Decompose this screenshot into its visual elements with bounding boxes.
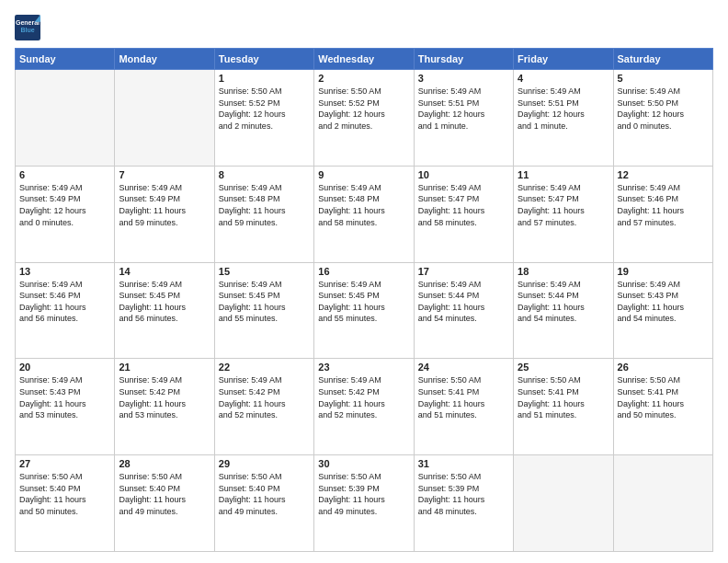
cell-details: Sunrise: 5:49 AM Sunset: 5:48 PM Dayligh… — [318, 182, 409, 228]
calendar-cell: 31Sunrise: 5:50 AM Sunset: 5:39 PM Dayli… — [414, 455, 513, 552]
calendar-cell: 15Sunrise: 5:49 AM Sunset: 5:45 PM Dayli… — [214, 262, 313, 359]
weekday-header: Saturday — [613, 49, 712, 70]
calendar-week-row: 1Sunrise: 5:50 AM Sunset: 5:52 PM Daylig… — [16, 70, 713, 167]
day-number: 18 — [518, 266, 609, 277]
cell-details: Sunrise: 5:49 AM Sunset: 5:49 PM Dayligh… — [19, 182, 110, 228]
calendar-cell: 10Sunrise: 5:49 AM Sunset: 5:47 PM Dayli… — [414, 166, 513, 262]
calendar-cell — [613, 455, 712, 552]
cell-details: Sunrise: 5:49 AM Sunset: 5:43 PM Dayligh… — [618, 279, 709, 325]
cell-details: Sunrise: 5:49 AM Sunset: 5:48 PM Dayligh… — [219, 182, 310, 228]
calendar-cell: 2Sunrise: 5:50 AM Sunset: 5:52 PM Daylig… — [314, 70, 414, 167]
day-number: 16 — [318, 266, 409, 277]
day-number: 25 — [518, 362, 609, 373]
cell-details: Sunrise: 5:49 AM Sunset: 5:45 PM Dayligh… — [119, 279, 210, 325]
cell-details: Sunrise: 5:50 AM Sunset: 5:41 PM Dayligh… — [618, 374, 709, 420]
day-number: 30 — [318, 458, 409, 469]
cell-details: Sunrise: 5:49 AM Sunset: 5:46 PM Dayligh… — [19, 279, 110, 325]
cell-details: Sunrise: 5:50 AM Sunset: 5:52 PM Dayligh… — [318, 86, 409, 132]
day-number: 11 — [518, 169, 609, 180]
day-number: 6 — [19, 169, 110, 180]
calendar-week-row: 27Sunrise: 5:50 AM Sunset: 5:40 PM Dayli… — [16, 455, 713, 552]
cell-details: Sunrise: 5:49 AM Sunset: 5:42 PM Dayligh… — [318, 374, 409, 420]
calendar-cell: 3Sunrise: 5:49 AM Sunset: 5:51 PM Daylig… — [414, 70, 513, 167]
calendar-cell: 1Sunrise: 5:50 AM Sunset: 5:52 PM Daylig… — [214, 70, 313, 167]
day-number: 14 — [119, 266, 210, 277]
cell-details: Sunrise: 5:49 AM Sunset: 5:44 PM Dayligh… — [518, 279, 609, 325]
cell-details: Sunrise: 5:49 AM Sunset: 5:49 PM Dayligh… — [119, 182, 210, 228]
page: General Blue SundayMondayTuesdayWednesda… — [0, 0, 728, 563]
day-number: 8 — [219, 169, 310, 180]
calendar-table: SundayMondayTuesdayWednesdayThursdayFrid… — [15, 48, 713, 552]
cell-details: Sunrise: 5:50 AM Sunset: 5:41 PM Dayligh… — [418, 374, 509, 420]
calendar-cell — [115, 70, 214, 167]
weekday-header: Monday — [115, 49, 214, 70]
calendar-cell: 30Sunrise: 5:50 AM Sunset: 5:39 PM Dayli… — [314, 455, 414, 552]
day-number: 5 — [618, 73, 709, 84]
calendar-cell: 27Sunrise: 5:50 AM Sunset: 5:40 PM Dayli… — [16, 455, 115, 552]
calendar-cell: 4Sunrise: 5:49 AM Sunset: 5:51 PM Daylig… — [514, 70, 613, 167]
calendar-cell: 18Sunrise: 5:49 AM Sunset: 5:44 PM Dayli… — [514, 262, 613, 359]
calendar-cell: 13Sunrise: 5:49 AM Sunset: 5:46 PM Dayli… — [16, 262, 115, 359]
cell-details: Sunrise: 5:49 AM Sunset: 5:42 PM Dayligh… — [219, 374, 310, 420]
calendar-cell: 23Sunrise: 5:49 AM Sunset: 5:42 PM Dayli… — [314, 359, 414, 455]
weekday-header: Friday — [514, 49, 613, 70]
weekday-header: Thursday — [414, 49, 513, 70]
calendar-cell — [16, 70, 115, 167]
day-number: 15 — [219, 266, 310, 277]
day-number: 19 — [618, 266, 709, 277]
weekday-header: Tuesday — [214, 49, 313, 70]
calendar-cell: 22Sunrise: 5:49 AM Sunset: 5:42 PM Dayli… — [214, 359, 313, 455]
calendar-cell: 25Sunrise: 5:50 AM Sunset: 5:41 PM Dayli… — [514, 359, 613, 455]
calendar-cell: 11Sunrise: 5:49 AM Sunset: 5:47 PM Dayli… — [514, 166, 613, 262]
cell-details: Sunrise: 5:49 AM Sunset: 5:45 PM Dayligh… — [318, 279, 409, 325]
calendar-cell: 7Sunrise: 5:49 AM Sunset: 5:49 PM Daylig… — [115, 166, 214, 262]
cell-details: Sunrise: 5:50 AM Sunset: 5:39 PM Dayligh… — [418, 471, 509, 517]
cell-details: Sunrise: 5:49 AM Sunset: 5:47 PM Dayligh… — [518, 182, 609, 228]
day-number: 31 — [418, 458, 509, 469]
day-number: 20 — [19, 362, 110, 373]
calendar-cell: 14Sunrise: 5:49 AM Sunset: 5:45 PM Dayli… — [115, 262, 214, 359]
day-number: 2 — [318, 73, 409, 84]
calendar-cell: 29Sunrise: 5:50 AM Sunset: 5:40 PM Dayli… — [214, 455, 313, 552]
day-number: 1 — [219, 73, 310, 84]
header: General Blue — [15, 11, 713, 40]
day-number: 23 — [318, 362, 409, 373]
calendar-cell: 5Sunrise: 5:49 AM Sunset: 5:50 PM Daylig… — [613, 70, 712, 167]
calendar-cell: 17Sunrise: 5:49 AM Sunset: 5:44 PM Dayli… — [414, 262, 513, 359]
calendar-cell: 8Sunrise: 5:49 AM Sunset: 5:48 PM Daylig… — [214, 166, 313, 262]
weekday-header: Wednesday — [314, 49, 414, 70]
cell-details: Sunrise: 5:49 AM Sunset: 5:50 PM Dayligh… — [618, 86, 709, 132]
calendar-cell: 6Sunrise: 5:49 AM Sunset: 5:49 PM Daylig… — [16, 166, 115, 262]
day-number: 24 — [418, 362, 509, 373]
calendar-week-row: 6Sunrise: 5:49 AM Sunset: 5:49 PM Daylig… — [16, 166, 713, 262]
calendar-cell: 24Sunrise: 5:50 AM Sunset: 5:41 PM Dayli… — [414, 359, 513, 455]
weekday-header: Sunday — [16, 49, 115, 70]
calendar-cell: 12Sunrise: 5:49 AM Sunset: 5:46 PM Dayli… — [613, 166, 712, 262]
day-number: 12 — [618, 169, 709, 180]
day-number: 26 — [618, 362, 709, 373]
day-number: 13 — [19, 266, 110, 277]
svg-text:Blue: Blue — [20, 27, 34, 33]
cell-details: Sunrise: 5:49 AM Sunset: 5:51 PM Dayligh… — [518, 86, 609, 132]
calendar-cell: 21Sunrise: 5:49 AM Sunset: 5:42 PM Dayli… — [115, 359, 214, 455]
day-number: 17 — [418, 266, 509, 277]
cell-details: Sunrise: 5:49 AM Sunset: 5:51 PM Dayligh… — [418, 86, 509, 132]
day-number: 21 — [119, 362, 210, 373]
day-number: 4 — [518, 73, 609, 84]
logo-icon: General Blue — [15, 15, 40, 40]
calendar-cell: 20Sunrise: 5:49 AM Sunset: 5:43 PM Dayli… — [16, 359, 115, 455]
day-number: 7 — [119, 169, 210, 180]
svg-text:General: General — [16, 19, 40, 26]
calendar-week-row: 20Sunrise: 5:49 AM Sunset: 5:43 PM Dayli… — [16, 359, 713, 455]
cell-details: Sunrise: 5:49 AM Sunset: 5:42 PM Dayligh… — [119, 374, 210, 420]
calendar-cell: 26Sunrise: 5:50 AM Sunset: 5:41 PM Dayli… — [613, 359, 712, 455]
cell-details: Sunrise: 5:49 AM Sunset: 5:46 PM Dayligh… — [618, 182, 709, 228]
day-number: 9 — [318, 169, 409, 180]
calendar-cell: 19Sunrise: 5:49 AM Sunset: 5:43 PM Dayli… — [613, 262, 712, 359]
cell-details: Sunrise: 5:50 AM Sunset: 5:40 PM Dayligh… — [119, 471, 210, 517]
day-number: 3 — [418, 73, 509, 84]
calendar-header-row: SundayMondayTuesdayWednesdayThursdayFrid… — [16, 49, 713, 70]
cell-details: Sunrise: 5:50 AM Sunset: 5:40 PM Dayligh… — [219, 471, 310, 517]
cell-details: Sunrise: 5:49 AM Sunset: 5:43 PM Dayligh… — [19, 374, 110, 420]
calendar-week-row: 13Sunrise: 5:49 AM Sunset: 5:46 PM Dayli… — [16, 262, 713, 359]
